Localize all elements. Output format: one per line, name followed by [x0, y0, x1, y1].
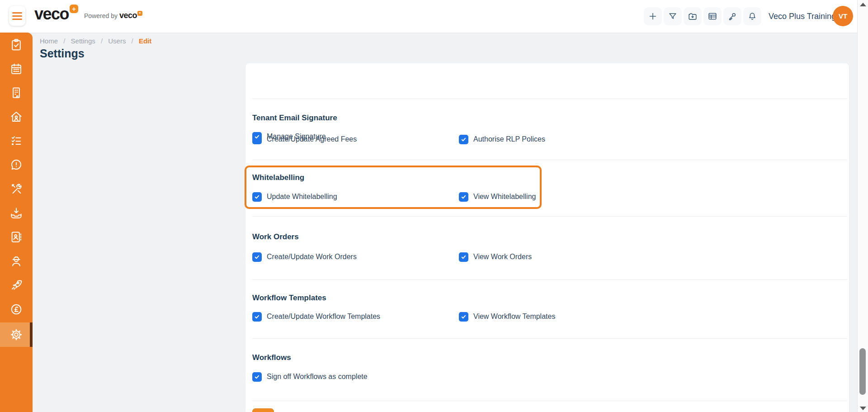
worker-icon — [9, 254, 23, 268]
section-title: Workflows — [252, 353, 291, 363]
checkbox-sign-off-workflows[interactable] — [252, 372, 262, 382]
checkbox-authorise-rlp-polices[interactable] — [459, 135, 468, 144]
add-button[interactable] — [644, 7, 662, 25]
permission-row: Create/Update Workflow Templates View Wo… — [252, 312, 665, 322]
permission-item: Create/Update Workflow Templates — [252, 312, 459, 322]
filter-icon — [668, 11, 678, 21]
sidebar-item-contacts[interactable] — [0, 225, 33, 249]
checkbox-view-work-orders[interactable] — [459, 252, 468, 262]
key-icon — [727, 11, 737, 21]
comment-alert-icon — [9, 158, 23, 171]
checkbox-manage-signature[interactable] — [252, 132, 262, 142]
whitelabelling-highlight-annotation: Whitelabelling Update Whitelabelling Vie… — [245, 166, 542, 209]
hamburger-menu-button[interactable] — [9, 6, 25, 26]
app-viewport: veco+ Powered byveco+ Veco Plus Training — [0, 0, 868, 412]
powered-plus-icon: + — [137, 11, 142, 16]
sidebar-item-lettings[interactable] — [0, 104, 33, 129]
import-button[interactable] — [684, 7, 702, 25]
permission-row: Manage Signature — [252, 132, 459, 142]
section-divider — [252, 401, 847, 401]
checkbox-view-whitelabelling[interactable] — [459, 192, 468, 202]
checkbox-label: Sign off Workflows as complete — [267, 372, 368, 382]
filter-button[interactable] — [664, 7, 682, 25]
permissions-card: Create/Update Agreed Fees Authorise RLP … — [245, 63, 849, 412]
checkbox-label: View Workflow Templates — [473, 312, 555, 322]
page-title: Settings — [40, 47, 85, 60]
inbox-download-icon — [9, 206, 23, 220]
section-divider — [252, 160, 847, 160]
breadcrumb-home[interactable]: Home — [40, 37, 58, 45]
sidebar-item-tasks[interactable] — [0, 33, 33, 57]
building-icon — [9, 86, 23, 99]
save-button[interactable] — [252, 408, 274, 412]
checklist-icon — [9, 134, 23, 147]
permission-item: View Work Orders — [459, 252, 665, 262]
pound-circle-icon — [9, 303, 23, 316]
breadcrumb-users[interactable]: Users — [108, 37, 126, 45]
permission-item: Sign off Workflows as complete — [252, 372, 459, 382]
hamburger-icon — [12, 12, 22, 14]
clipboard-check-icon — [9, 38, 23, 52]
sidebar-item-contractors[interactable] — [0, 249, 33, 273]
calendar-icon — [9, 62, 23, 76]
breadcrumb: Home / Settings / Users / Edit — [40, 37, 151, 45]
sidebar-item-settings[interactable] — [0, 322, 33, 347]
avatar[interactable]: VT — [833, 6, 853, 26]
section-title: Whitelabelling — [252, 173, 304, 183]
breadcrumb-current: Edit — [139, 37, 151, 45]
section-title: Tenant Email Signature — [252, 113, 337, 123]
account-name: Veco Plus Training — [769, 12, 836, 21]
checkbox-label: Update Whitelabelling — [267, 192, 337, 202]
veco-logo: veco+ — [34, 5, 78, 24]
top-header: veco+ Powered byveco+ Veco Plus Training — [0, 0, 868, 33]
main-content: Home / Settings / Users / Edit Settings … — [33, 33, 857, 412]
sidebar-item-calendar[interactable] — [0, 57, 33, 81]
sidebar-item-messages[interactable] — [0, 152, 33, 177]
checkbox-label: View Whitelabelling — [473, 192, 536, 202]
table-view-button[interactable] — [703, 7, 722, 25]
permission-item: Update Whitelabelling — [252, 192, 459, 202]
active-indicator — [30, 322, 33, 347]
section-divider — [252, 338, 847, 339]
checkbox-label: View Work Orders — [473, 252, 532, 262]
header-action-bar — [644, 7, 761, 25]
checkbox-label: Authorise RLP Polices — [473, 134, 545, 144]
sidebar-item-properties[interactable] — [0, 81, 33, 105]
table-icon — [708, 11, 717, 21]
plus-icon — [648, 11, 658, 21]
checkbox-create-update-workflow-templates[interactable] — [252, 312, 262, 322]
permission-row: Update Whitelabelling View Whitelabellin… — [252, 192, 665, 202]
breadcrumb-settings[interactable]: Settings — [71, 37, 95, 45]
sidebar-item-checklist[interactable] — [0, 128, 33, 153]
permissions-button[interactable] — [723, 7, 741, 25]
permission-row: Create/Update Work Orders View Work Orde… — [252, 252, 665, 262]
checkbox-label: Create/Update Workflow Templates — [267, 312, 380, 322]
section-divider — [252, 279, 847, 280]
logo-plus-icon: + — [70, 5, 78, 13]
gear-icon — [9, 328, 23, 341]
page-scrollbar[interactable] — [857, 0, 868, 412]
checkbox-update-whitelabelling[interactable] — [252, 192, 262, 202]
notifications-button[interactable] — [743, 7, 761, 25]
sidebar-item-marketing[interactable] — [0, 273, 33, 297]
checkbox-view-workflow-templates[interactable] — [459, 312, 468, 322]
contact-card-icon — [9, 230, 23, 244]
scroll-down-arrow-icon[interactable] — [860, 407, 866, 410]
sidebar-item-maintenance[interactable] — [0, 176, 33, 201]
sidebar-item-imports[interactable] — [0, 201, 33, 225]
section-title: Work Orders — [252, 232, 299, 242]
permission-item: Authorise RLP Polices — [459, 134, 665, 144]
sidebar-nav — [0, 33, 33, 412]
checkbox-create-update-work-orders[interactable] — [252, 252, 262, 262]
section-title: Workflow Templates — [252, 293, 326, 303]
rocket-icon — [9, 278, 23, 292]
section-divider — [252, 216, 847, 217]
bell-icon — [747, 11, 757, 21]
sidebar-item-accounts[interactable] — [0, 297, 33, 322]
house-person-icon — [9, 110, 23, 123]
checkbox-label: Manage Signature — [267, 132, 326, 142]
tools-icon — [9, 182, 23, 195]
powered-by: Powered byveco+ — [84, 11, 142, 20]
scrollbar-thumb[interactable] — [859, 348, 866, 395]
scroll-up-arrow-icon[interactable] — [860, 3, 866, 6]
